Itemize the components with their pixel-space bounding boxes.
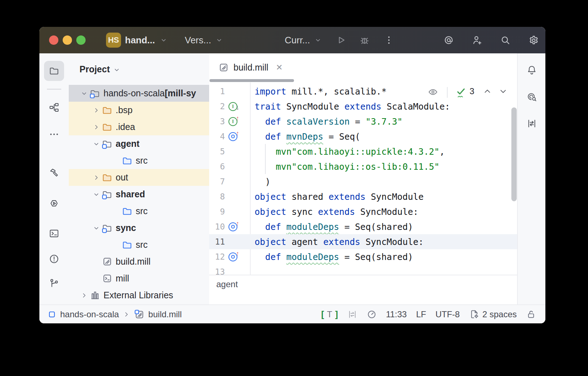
tree-row[interactable]: src	[69, 152, 209, 169]
gauge-icon[interactable]	[367, 309, 377, 319]
tree-row[interactable]: out	[69, 169, 209, 186]
module-icon	[90, 88, 100, 99]
gutter-marker-icon[interactable]: O↑	[228, 252, 239, 261]
tool-stripe-compare[interactable]	[524, 116, 540, 131]
vcs-widget[interactable]: Vers...	[185, 27, 223, 53]
settings-gear-icon[interactable]	[527, 34, 540, 46]
tree-row[interactable]: hands-on-scala [mill-sy	[69, 85, 209, 102]
inspections-check-icon[interactable]	[455, 86, 467, 98]
chevron-right-icon[interactable]	[79, 291, 90, 299]
tool-stripe-problems[interactable]	[44, 249, 64, 269]
gutter-O-up-icon[interactable]: O↑	[225, 252, 250, 261]
tree-row[interactable]: agent	[69, 135, 209, 152]
code-line[interactable]: 8object shared extends SyncModule	[209, 189, 518, 204]
chevron-down-icon	[215, 36, 223, 44]
code-text: def moduleDeps = Seq(shared)	[250, 222, 413, 232]
code-line[interactable]: 10O↑ def moduleDeps = Seq(shared)	[209, 219, 518, 234]
gutter-O-up-icon[interactable]: O↑	[225, 222, 250, 231]
code-line[interactable]: 4O↑ def mvnDeps = Seq(	[209, 129, 518, 144]
project-widget[interactable]: HS hand...	[106, 27, 168, 53]
tool-stripe-project[interactable]	[44, 61, 64, 81]
sync-changes-icon[interactable]	[347, 309, 357, 319]
breadcrumb-item[interactable]: agent	[216, 279, 238, 289]
status-file-name[interactable]: build.mill	[148, 309, 182, 319]
gutter-I-down-icon[interactable]: I↓	[225, 102, 250, 111]
chevron-down-icon[interactable]	[79, 90, 90, 97]
code-line[interactable]: 7 )	[209, 174, 518, 189]
token	[281, 252, 286, 262]
tool-stripe-version-control[interactable]	[44, 273, 64, 293]
chevron-down-icon[interactable]	[91, 224, 102, 232]
cursor-position-widget[interactable]: 11:33	[386, 309, 407, 319]
reader-mode-eye-icon[interactable]	[427, 86, 439, 98]
token: def	[265, 116, 281, 127]
gutter-O-up-icon[interactable]: O↑	[225, 132, 250, 141]
code-lines: 1import mill.*, scalalib.*2I↓trait SyncM…	[209, 82, 518, 275]
encoding-widget[interactable]: UTF-8	[435, 309, 460, 319]
line-separator-widget[interactable]: LF	[416, 309, 426, 319]
chevron-down-icon[interactable]	[91, 191, 102, 198]
code-line[interactable]: 3I↑ def scalaVersion = "3.7.3"	[209, 114, 518, 129]
more-actions-button[interactable]	[383, 34, 395, 46]
close-window-button[interactable]	[49, 35, 58, 45]
gutter-marker-icon[interactable]: O↑	[228, 132, 239, 141]
indent-widget[interactable]: 2 spaces	[469, 309, 517, 319]
tool-stripe-build[interactable]	[44, 163, 64, 183]
gutter-marker-icon[interactable]: I↓	[228, 102, 239, 111]
tool-stripe-structure[interactable]	[44, 97, 64, 117]
zoom-window-button[interactable]	[76, 35, 86, 45]
code-editor[interactable]: 1import mill.*, scalalib.*2I↓trait SyncM…	[209, 82, 518, 275]
status-breadcrumb: hands-on-scala build.mill	[47, 309, 182, 320]
code-line[interactable]: 6 mvn"com.lihaoyi::os-lib:0.11.5"	[209, 159, 518, 174]
tree-row[interactable]: src	[69, 236, 209, 253]
prev-problem-chevron-icon[interactable]	[482, 86, 493, 96]
structure-icon	[49, 102, 59, 113]
minimize-window-button[interactable]	[63, 35, 72, 45]
tool-stripe-more-tool-windows[interactable]	[44, 124, 64, 144]
token: )	[255, 177, 270, 187]
chevron-right-icon[interactable]	[91, 123, 102, 131]
code-line[interactable]: 2I↓trait SyncModule extends ScalaModule:	[209, 99, 518, 114]
code-with-me-icon[interactable]	[471, 34, 483, 46]
inspection-count[interactable]: 3	[468, 86, 476, 96]
close-tab-icon[interactable]: ✕	[276, 63, 283, 72]
project-panel-header[interactable]: Project	[69, 53, 209, 85]
code-line[interactable]: 11object agent extends SyncModule:	[209, 234, 518, 249]
run-button[interactable]	[335, 34, 347, 46]
run-config-selector[interactable]: Curr...	[285, 35, 322, 46]
next-problem-chevron-icon[interactable]	[498, 86, 509, 96]
gutter-marker-icon[interactable]: O↑	[228, 222, 239, 231]
editor-scrollbar[interactable]	[511, 107, 517, 201]
tree-row[interactable]: src	[69, 203, 209, 220]
tree-row[interactable]: .bsp	[69, 102, 209, 119]
gutter-marker-icon[interactable]: I↑	[228, 117, 239, 126]
tree-row[interactable]: shared	[69, 186, 209, 203]
tab-build-mill[interactable]: build.mill ✕	[218, 53, 283, 82]
code-line[interactable]: 12O↑ def moduleDeps = Seq(shared)	[209, 249, 518, 264]
tool-stripe-notifications[interactable]	[524, 62, 540, 78]
tree-row[interactable]: External Libraries	[69, 287, 209, 304]
chevron-right-icon[interactable]	[91, 174, 102, 182]
gutter-I-up-icon[interactable]: I↑	[225, 117, 250, 126]
tool-stripe-ai-assistant[interactable]	[524, 89, 540, 105]
tree-row[interactable]: build.mill	[69, 253, 209, 270]
tool-stripe-services[interactable]	[44, 193, 64, 213]
tree-row[interactable]: sync	[69, 220, 209, 236]
code-line[interactable]: 9object sync extends SyncModule:	[209, 204, 518, 219]
code-text: )	[250, 177, 270, 187]
status-project-name[interactable]: hands-on-scala	[60, 309, 119, 319]
lock-icon[interactable]	[526, 309, 536, 319]
tree-row[interactable]: .idea	[69, 119, 209, 135]
ai-assistant-icon[interactable]	[443, 34, 455, 46]
tree-row[interactable]: mill	[69, 270, 209, 287]
debug-button[interactable]	[358, 34, 371, 46]
code-line[interactable]: 5 mvn"com.lihaoyi::upickle:4.3.2",	[209, 144, 518, 159]
typos-widget[interactable]: [T]	[321, 309, 338, 319]
chevron-right-icon[interactable]	[91, 106, 102, 114]
vcs-widget-label: Vers...	[185, 35, 211, 46]
tool-stripe-terminal[interactable]	[44, 223, 64, 244]
code-line[interactable]: 13	[209, 264, 518, 275]
chevron-down-icon[interactable]	[91, 140, 102, 148]
search-icon[interactable]	[499, 34, 511, 46]
project-tree: hands-on-scala [mill-sy.bsp.ideaagentsrc…	[69, 85, 209, 304]
